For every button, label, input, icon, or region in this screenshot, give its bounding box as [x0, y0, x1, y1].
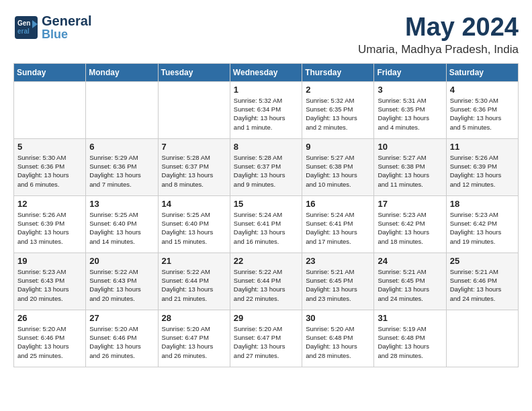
- calendar-cell: 19Sunrise: 5:23 AMSunset: 6:43 PMDayligh…: [14, 253, 86, 310]
- header-wednesday: Wednesday: [230, 63, 302, 81]
- calendar-cell: 11Sunrise: 5:26 AMSunset: 6:39 PMDayligh…: [446, 138, 518, 195]
- header-sunday: Sunday: [14, 63, 86, 81]
- day-number: 21: [162, 256, 226, 266]
- calendar-cell: 29Sunrise: 5:20 AMSunset: 6:47 PMDayligh…: [230, 310, 302, 367]
- calendar-cell: 20Sunrise: 5:22 AMSunset: 6:43 PMDayligh…: [86, 253, 158, 310]
- calendar-cell: 13Sunrise: 5:25 AMSunset: 6:40 PMDayligh…: [86, 195, 158, 253]
- cell-content: Sunrise: 5:22 AMSunset: 6:44 PMDaylight:…: [234, 267, 298, 303]
- page-subtitle: Umaria, Madhya Pradesh, India: [358, 43, 519, 56]
- calendar-cell: 9Sunrise: 5:27 AMSunset: 6:38 PMDaylight…: [302, 138, 374, 195]
- logo: Gen eral General Blue: [13, 13, 91, 42]
- calendar-cell: 16Sunrise: 5:24 AMSunset: 6:41 PMDayligh…: [302, 195, 374, 253]
- cell-content: Sunrise: 5:30 AMSunset: 6:36 PMDaylight:…: [450, 96, 515, 132]
- cell-content: Sunrise: 5:29 AMSunset: 6:36 PMDaylight:…: [89, 153, 154, 189]
- svg-text:eral: eral: [17, 28, 30, 35]
- cell-content: Sunrise: 5:20 AMSunset: 6:46 PMDaylight:…: [89, 324, 154, 360]
- cell-content: Sunrise: 5:21 AMSunset: 6:45 PMDaylight:…: [378, 267, 442, 303]
- day-number: 1: [234, 85, 298, 95]
- calendar-cell: 7Sunrise: 5:28 AMSunset: 6:37 PMDaylight…: [158, 138, 230, 195]
- day-number: 22: [234, 256, 298, 266]
- cell-content: Sunrise: 5:27 AMSunset: 6:38 PMDaylight:…: [306, 153, 370, 189]
- day-number: 24: [378, 256, 442, 266]
- calendar-table: SundayMondayTuesdayWednesdayThursdayFrid…: [13, 63, 519, 367]
- calendar-cell: 1Sunrise: 5:32 AMSunset: 6:34 PMDaylight…: [230, 81, 302, 138]
- calendar-cell: 18Sunrise: 5:23 AMSunset: 6:42 PMDayligh…: [446, 195, 518, 253]
- week-row-2: 5Sunrise: 5:30 AMSunset: 6:36 PMDaylight…: [14, 138, 519, 195]
- cell-content: Sunrise: 5:24 AMSunset: 6:41 PMDaylight:…: [306, 210, 370, 246]
- calendar-cell: 30Sunrise: 5:20 AMSunset: 6:48 PMDayligh…: [302, 310, 374, 367]
- logo-general: General: [42, 13, 91, 28]
- day-number: 17: [378, 199, 442, 209]
- day-number: 7: [162, 142, 226, 152]
- header-monday: Monday: [86, 63, 158, 81]
- calendar-cell: 21Sunrise: 5:22 AMSunset: 6:44 PMDayligh…: [158, 253, 230, 310]
- header-friday: Friday: [374, 63, 446, 81]
- calendar-cell: 14Sunrise: 5:25 AMSunset: 6:40 PMDayligh…: [158, 195, 230, 253]
- day-number: 18: [450, 199, 515, 209]
- day-number: 19: [17, 256, 82, 266]
- calendar-cell: 8Sunrise: 5:28 AMSunset: 6:37 PMDaylight…: [230, 138, 302, 195]
- calendar-cell: 24Sunrise: 5:21 AMSunset: 6:45 PMDayligh…: [374, 253, 446, 310]
- day-number: 8: [234, 142, 298, 152]
- cell-content: Sunrise: 5:23 AMSunset: 6:42 PMDaylight:…: [378, 210, 442, 246]
- cell-content: Sunrise: 5:23 AMSunset: 6:43 PMDaylight:…: [17, 267, 82, 303]
- logo-icon: Gen eral: [13, 15, 39, 40]
- calendar-cell: 25Sunrise: 5:21 AMSunset: 6:46 PMDayligh…: [446, 253, 518, 310]
- page-title: May 2024: [358, 13, 519, 42]
- header-saturday: Saturday: [446, 63, 518, 81]
- calendar-cell: 22Sunrise: 5:22 AMSunset: 6:44 PMDayligh…: [230, 253, 302, 310]
- logo-blue: Blue: [42, 28, 91, 42]
- day-number: 3: [378, 85, 442, 95]
- week-row-4: 19Sunrise: 5:23 AMSunset: 6:43 PMDayligh…: [14, 253, 519, 310]
- day-number: 12: [17, 199, 82, 209]
- week-row-5: 26Sunrise: 5:20 AMSunset: 6:46 PMDayligh…: [14, 310, 519, 367]
- cell-content: Sunrise: 5:21 AMSunset: 6:46 PMDaylight:…: [450, 267, 515, 303]
- week-row-1: 1Sunrise: 5:32 AMSunset: 6:34 PMDaylight…: [14, 81, 519, 138]
- cell-content: Sunrise: 5:31 AMSunset: 6:35 PMDaylight:…: [378, 96, 442, 132]
- cell-content: Sunrise: 5:27 AMSunset: 6:38 PMDaylight:…: [378, 153, 442, 189]
- calendar-cell: 6Sunrise: 5:29 AMSunset: 6:36 PMDaylight…: [86, 138, 158, 195]
- cell-content: Sunrise: 5:32 AMSunset: 6:34 PMDaylight:…: [234, 96, 298, 132]
- calendar-cell: [14, 81, 86, 138]
- day-number: 28: [162, 313, 226, 323]
- title-block: May 2024 Umaria, Madhya Pradesh, India: [358, 13, 519, 56]
- day-number: 9: [306, 142, 370, 152]
- cell-content: Sunrise: 5:30 AMSunset: 6:36 PMDaylight:…: [17, 153, 82, 189]
- day-number: 30: [306, 313, 370, 323]
- day-number: 14: [162, 199, 226, 209]
- cell-content: Sunrise: 5:21 AMSunset: 6:45 PMDaylight:…: [306, 267, 370, 303]
- calendar-cell: 31Sunrise: 5:19 AMSunset: 6:48 PMDayligh…: [374, 310, 446, 367]
- cell-content: Sunrise: 5:19 AMSunset: 6:48 PMDaylight:…: [378, 324, 442, 360]
- day-number: 27: [89, 313, 154, 323]
- cell-content: Sunrise: 5:20 AMSunset: 6:47 PMDaylight:…: [162, 324, 226, 360]
- header-row: SundayMondayTuesdayWednesdayThursdayFrid…: [14, 63, 519, 81]
- day-number: 29: [234, 313, 298, 323]
- cell-content: Sunrise: 5:26 AMSunset: 6:39 PMDaylight:…: [450, 153, 515, 189]
- day-number: 2: [306, 85, 370, 95]
- header-thursday: Thursday: [302, 63, 374, 81]
- calendar-cell: 2Sunrise: 5:32 AMSunset: 6:35 PMDaylight…: [302, 81, 374, 138]
- calendar-cell: 17Sunrise: 5:23 AMSunset: 6:42 PMDayligh…: [374, 195, 446, 253]
- day-number: 26: [17, 313, 82, 323]
- svg-text:Gen: Gen: [17, 19, 30, 27]
- calendar-cell: 10Sunrise: 5:27 AMSunset: 6:38 PMDayligh…: [374, 138, 446, 195]
- calendar-cell: 27Sunrise: 5:20 AMSunset: 6:46 PMDayligh…: [86, 310, 158, 367]
- cell-content: Sunrise: 5:22 AMSunset: 6:44 PMDaylight:…: [162, 267, 226, 303]
- cell-content: Sunrise: 5:28 AMSunset: 6:37 PMDaylight:…: [162, 153, 226, 189]
- calendar-cell: 26Sunrise: 5:20 AMSunset: 6:46 PMDayligh…: [14, 310, 86, 367]
- day-number: 5: [17, 142, 82, 152]
- day-number: 15: [234, 199, 298, 209]
- calendar-cell: 5Sunrise: 5:30 AMSunset: 6:36 PMDaylight…: [14, 138, 86, 195]
- day-number: 16: [306, 199, 370, 209]
- cell-content: Sunrise: 5:20 AMSunset: 6:47 PMDaylight:…: [234, 324, 298, 360]
- cell-content: Sunrise: 5:24 AMSunset: 6:41 PMDaylight:…: [234, 210, 298, 246]
- day-number: 11: [450, 142, 515, 152]
- day-number: 25: [450, 256, 515, 266]
- cell-content: Sunrise: 5:25 AMSunset: 6:40 PMDaylight:…: [162, 210, 226, 246]
- day-number: 13: [89, 199, 154, 209]
- calendar-cell: 15Sunrise: 5:24 AMSunset: 6:41 PMDayligh…: [230, 195, 302, 253]
- calendar-cell: [86, 81, 158, 138]
- day-number: 4: [450, 85, 515, 95]
- calendar-cell: 12Sunrise: 5:26 AMSunset: 6:39 PMDayligh…: [14, 195, 86, 253]
- cell-content: Sunrise: 5:20 AMSunset: 6:46 PMDaylight:…: [17, 324, 82, 360]
